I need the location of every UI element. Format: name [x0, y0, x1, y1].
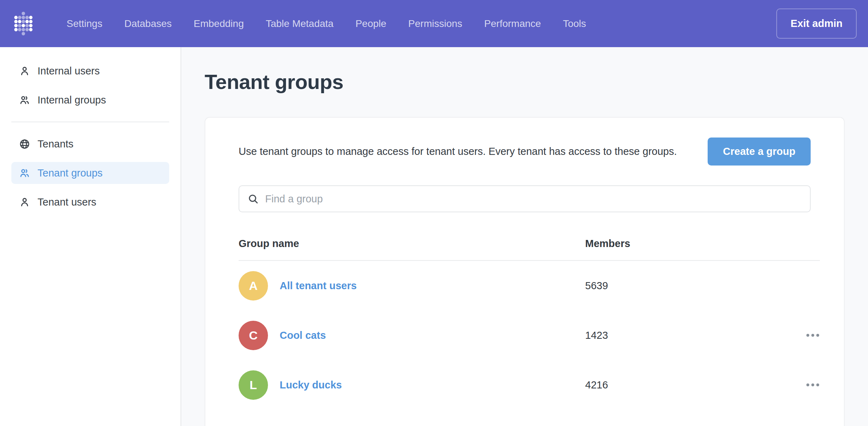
nav-embedding[interactable]: Embedding [194, 18, 244, 29]
group-link-lucky-ducks[interactable]: Lucky ducks [280, 379, 342, 391]
search-icon [247, 193, 259, 205]
row-menu-ellipsis-icon[interactable] [806, 380, 820, 390]
metabase-logo-icon[interactable] [14, 11, 33, 36]
nav-people[interactable]: People [355, 18, 386, 29]
nav-tools[interactable]: Tools [563, 18, 586, 29]
sidebar-item-tenant-users[interactable]: Tenant users [11, 191, 169, 213]
create-group-button[interactable]: Create a group [708, 138, 811, 166]
page-title: Tenant groups [205, 70, 845, 94]
group-link-cool-cats[interactable]: Cool cats [280, 330, 326, 341]
table-row: L Lucky ducks 4216 [239, 360, 820, 410]
row-menu-ellipsis-icon[interactable] [806, 330, 820, 340]
tenant-groups-card: Use tenant groups to manage access for t… [205, 117, 845, 426]
group-avatar: C [239, 321, 268, 350]
group-search[interactable] [239, 185, 811, 212]
exit-admin-button[interactable]: Exit admin [776, 9, 857, 39]
member-count: 4216 [585, 379, 788, 391]
group-link-all-tenant-users[interactable]: All tenant users [280, 280, 357, 292]
nav-settings[interactable]: Settings [67, 18, 102, 29]
globe-icon [19, 139, 30, 150]
search-input[interactable] [265, 193, 802, 205]
people-icon [19, 95, 30, 106]
nav-databases[interactable]: Databases [124, 18, 172, 29]
nav-performance[interactable]: Performance [484, 18, 541, 29]
sidebar-item-internal-groups[interactable]: Internal groups [11, 89, 169, 111]
admin-top-bar: Settings Databases Embedding Table Metad… [0, 0, 868, 47]
people-icon [19, 168, 30, 179]
person-icon [19, 66, 30, 77]
people-sidebar: Internal users Internal groups Tenants T… [0, 47, 181, 426]
table-row: C Cool cats 1423 [239, 310, 820, 360]
nav-permissions[interactable]: Permissions [408, 18, 462, 29]
sidebar-item-label: Tenants [38, 138, 74, 150]
sidebar-divider [11, 122, 169, 122]
sidebar-item-label: Tenant users [38, 196, 96, 208]
sidebar-item-internal-users[interactable]: Internal users [11, 60, 169, 82]
sidebar-item-label: Internal groups [38, 94, 106, 106]
nav-table-metadata[interactable]: Table Metadata [266, 18, 333, 29]
sidebar-item-tenants[interactable]: Tenants [11, 133, 169, 155]
sidebar-item-tenant-groups[interactable]: Tenant groups [11, 162, 169, 184]
person-icon [19, 197, 30, 208]
groups-table: Group name Members A All tenant users 56… [239, 238, 820, 410]
table-row: A All tenant users 5639 [239, 261, 820, 310]
member-count: 1423 [585, 330, 788, 341]
table-header-row: Group name Members [239, 238, 820, 261]
card-description: Use tenant groups to manage access for t… [239, 146, 677, 157]
sidebar-item-label: Internal users [38, 65, 100, 77]
admin-nav: Settings Databases Embedding Table Metad… [67, 18, 586, 29]
column-group-name: Group name [239, 238, 585, 250]
group-avatar: A [239, 271, 268, 301]
sidebar-item-label: Tenant groups [38, 167, 103, 179]
main-content: Tenant groups Use tenant groups to manag… [182, 47, 868, 426]
group-avatar: L [239, 370, 268, 400]
member-count: 5639 [585, 280, 788, 292]
column-members: Members [585, 238, 788, 250]
